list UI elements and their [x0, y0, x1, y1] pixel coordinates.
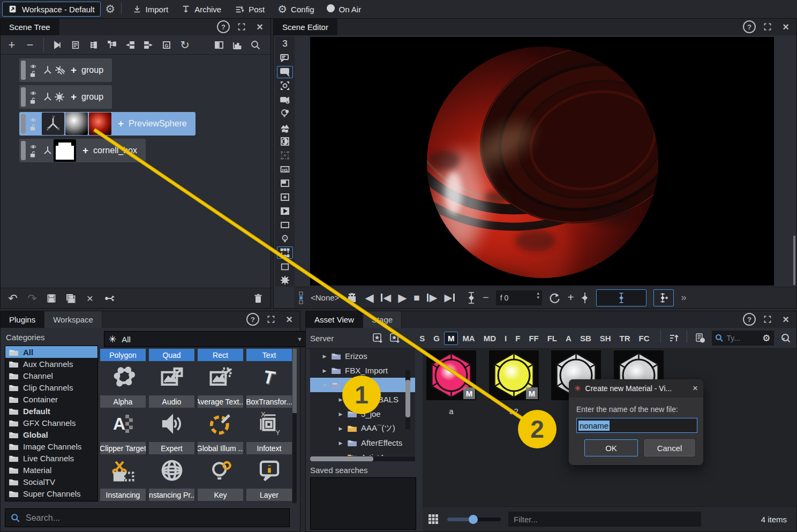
camera-select-icon[interactable]	[277, 80, 293, 92]
texture-preview-thumbnail[interactable]	[89, 113, 111, 135]
plugin-tile-layer[interactable]: Layer	[246, 489, 292, 503]
dialog-titlebar[interactable]: ✳ Create new Material - Vi... ×	[569, 379, 703, 398]
plugin-tile-average-text-[interactable]: Average Text...	[198, 395, 243, 440]
tree-node-AfterEffects[interactable]: ▶AfterEffects	[310, 436, 415, 450]
collapse-triangle-icon[interactable]: ▶	[338, 455, 343, 456]
script-icon[interactable]	[70, 39, 81, 51]
director-selector[interactable]: <None>	[311, 293, 339, 302]
lock-open-icon[interactable]	[29, 70, 37, 78]
light-source-icon[interactable]	[54, 91, 65, 103]
tab-stage[interactable]: Stage	[363, 311, 402, 328]
set-keyframe-button[interactable]	[596, 289, 646, 306]
menu-import[interactable]: Import	[126, 0, 175, 18]
play-reverse-button[interactable]: ◀	[365, 291, 373, 304]
search-everywhere-icon[interactable]	[779, 332, 792, 344]
search-settings-gear-icon[interactable]: ⚙	[762, 333, 770, 344]
asset-search-input[interactable]: Ty... ⚙	[712, 331, 774, 346]
tree-collapse-icon[interactable]	[106, 39, 118, 51]
comment-icon[interactable]	[277, 66, 293, 78]
expand-plus-icon[interactable]: +	[71, 91, 77, 103]
tree-node-Artist4[interactable]: ▶Artist4	[310, 450, 415, 456]
window-add-icon[interactable]	[277, 191, 293, 203]
bounding-box-icon[interactable]	[277, 246, 293, 259]
axis-icon[interactable]	[42, 145, 54, 156]
plugin-search-input[interactable]: Search...	[5, 508, 290, 527]
scene-tree-node-cornell_box[interactable]: +cornell_box	[19, 139, 146, 162]
plugin-tile-infotext[interactable]: Infotext	[246, 442, 292, 486]
type-filter-FC[interactable]: FC	[635, 334, 654, 343]
help-icon[interactable]: ?	[217, 20, 230, 33]
rect-empty-icon[interactable]	[277, 219, 293, 231]
collapse-triangle-icon[interactable]: ▶	[338, 440, 343, 446]
grid-center-icon[interactable]	[277, 274, 293, 287]
plugin-tile-expert[interactable]: Expert	[149, 442, 194, 486]
maximize-icon[interactable]	[761, 20, 774, 33]
dock-handle-icon[interactable]	[298, 291, 304, 305]
lock-open-icon[interactable]	[29, 124, 37, 131]
expand-triangle-icon[interactable]: ▼	[322, 383, 327, 388]
tree-node-AAA¯(ツ)[interactable]: ▶AAA¯(ツ)	[310, 421, 415, 436]
plugin-tile-clipper-target[interactable]: Clipper Target	[100, 442, 146, 486]
plugin-grid-scrollbar[interactable]	[292, 349, 297, 503]
hs-icon[interactable]: HS	[277, 163, 293, 176]
menu-post[interactable]: Post	[228, 0, 271, 18]
category-item-gfx-channels[interactable]: GFX Channels	[5, 417, 97, 429]
tab-asset-view[interactable]: Asset View	[306, 311, 363, 328]
row-grab-handle[interactable]	[21, 87, 26, 107]
type-filter-A[interactable]: A	[561, 334, 576, 343]
add-icon[interactable]: +	[6, 39, 18, 51]
category-item-global[interactable]: Global	[5, 429, 97, 440]
plugin-tile-key[interactable]: Key	[198, 489, 243, 503]
help-icon[interactable]: ?	[743, 20, 756, 33]
menu-config[interactable]: ⚙Config	[271, 0, 320, 18]
dialog-close-icon[interactable]: ×	[693, 383, 698, 394]
visibility-eye-icon[interactable]	[29, 117, 37, 123]
type-filter-I[interactable]: I	[500, 334, 511, 343]
lock-open-icon[interactable]	[29, 97, 37, 104]
tree-scrollbar-horizontal[interactable]	[310, 456, 415, 461]
save-icon[interactable]	[46, 293, 57, 304]
collapse-triangle-icon[interactable]: ▶	[338, 397, 343, 402]
plugin-tile-instancing-pr-[interactable]: Instancing Pr...	[149, 489, 194, 503]
plugin-tile-polygon[interactable]: Polygon	[100, 349, 146, 393]
category-item-live-channels[interactable]: Live Channels	[5, 452, 97, 464]
auto-key-button[interactable]	[653, 289, 674, 306]
collapse-triangle-icon[interactable]: ▶	[338, 411, 343, 417]
row-grab-handle[interactable]	[21, 141, 26, 160]
tree-node-selected-folder[interactable]: ▼	[310, 378, 415, 392]
expand-plus-icon[interactable]: +	[118, 118, 124, 130]
light-eye-icon[interactable]	[277, 108, 293, 120]
visibility-eye-icon[interactable]	[29, 63, 37, 70]
mesh-icon[interactable]	[277, 149, 293, 162]
type-filter-FL[interactable]: FL	[543, 334, 561, 343]
lock-open-icon[interactable]	[29, 151, 37, 158]
search-icon[interactable]	[250, 39, 261, 51]
plugin-filter-dropdown[interactable]: ✳ All ▼	[104, 331, 307, 347]
category-item-all[interactable]: All	[5, 346, 97, 358]
transport-overflow-icon[interactable]: »	[681, 292, 686, 303]
tree-expand-icon[interactable]	[88, 39, 100, 51]
bulb-icon[interactable]	[277, 233, 293, 245]
workspace-gear-icon[interactable]: ⚙	[104, 3, 117, 16]
axis-icon[interactable]: YZX	[42, 113, 64, 135]
tree-node-GLOBALS[interactable]: ▶GLOBALS	[310, 392, 415, 407]
tab-scene-editor[interactable]: Scene Editor	[274, 19, 337, 35]
row-grab-handle[interactable]	[21, 61, 26, 80]
undo-icon[interactable]: ↶	[7, 293, 19, 304]
category-item-material[interactable]: Material	[5, 464, 97, 476]
grid-view-icon[interactable]	[427, 513, 440, 526]
container-g-icon[interactable]: G	[161, 39, 172, 51]
material-item-a2[interactable]: M	[489, 350, 539, 400]
asset-filter-input[interactable]: Filter...	[508, 512, 701, 527]
plugin-tile-text[interactable]: TextT	[246, 349, 292, 393]
split-view-icon[interactable]	[213, 39, 225, 51]
viewport-scrollbar[interactable]	[793, 236, 795, 285]
render-viewport[interactable]	[310, 37, 774, 286]
redo-icon[interactable]: ↷	[26, 293, 38, 304]
category-item-aux-channels[interactable]: Aux Channels	[5, 358, 97, 370]
category-item-image-channels[interactable]: Image Channels	[5, 440, 97, 452]
frame-spinner[interactable]: ▲▼	[536, 291, 540, 301]
clip-play-icon[interactable]	[277, 205, 293, 217]
close-icon[interactable]: ×	[779, 20, 792, 33]
plugin-tile-instancing[interactable]: Instancing	[100, 489, 146, 503]
